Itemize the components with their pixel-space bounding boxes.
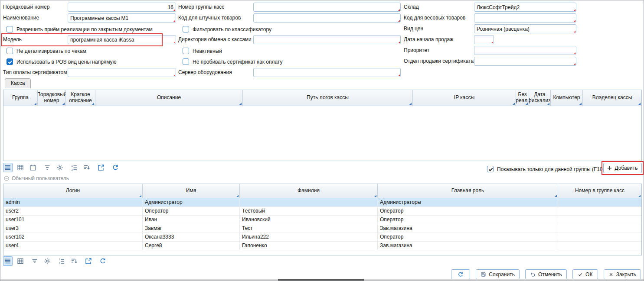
table-cell: admin: [3, 198, 143, 207]
cancel-button-label: Отменить: [538, 271, 562, 278]
cash-group-window: Порядковый номер Наименование Разрешить …: [0, 0, 644, 281]
open-external-icon[interactable]: [96, 163, 106, 172]
numbered-list-icon[interactable]: 12: [69, 163, 79, 172]
table-row[interactable]: user3ЗавмагТестЗав.магазина: [3, 224, 641, 233]
table-row[interactable]: adminАдминистраторАдминистраторы: [3, 198, 641, 207]
table-cell: [558, 233, 641, 241]
cash-table-header: Группа Порядковый номер Краткое описание…: [3, 90, 641, 106]
table-cell: Сергей: [143, 242, 240, 250]
column-header[interactable]: Номер в группе касс: [558, 184, 641, 198]
view-list-icon[interactable]: [3, 163, 13, 172]
collapse-icon[interactable]: [4, 176, 9, 181]
refresh-button[interactable]: [451, 269, 470, 279]
save-button[interactable]: Сохранить: [476, 269, 520, 279]
view-list-icon[interactable]: [3, 256, 13, 266]
name-input[interactable]: [68, 13, 176, 23]
filter-classifier-checkbox[interactable]: [183, 26, 189, 32]
table-cell: Оператор: [378, 207, 558, 215]
table-cell: [558, 224, 641, 233]
cancel-button[interactable]: Отменить: [525, 269, 567, 279]
table-cell: [240, 198, 378, 207]
equipment-server-label: Сервер оборудования: [178, 68, 232, 77]
column-header[interactable]: Группа: [3, 90, 38, 106]
table-cell: Ивановский: [240, 216, 378, 224]
cash-table: Группа Порядковый номер Краткое описание…: [3, 90, 642, 161]
show-only-group-label: Показывать только для данной группы (F10…: [497, 166, 605, 172]
use-pos-price-checkbox[interactable]: [7, 58, 13, 65]
table-cell: user2: [3, 207, 143, 215]
column-header[interactable]: Владелец кассы: [583, 90, 641, 106]
column-header[interactable]: Порядковый номер: [38, 90, 66, 106]
add-button[interactable]: Добавить: [603, 163, 642, 173]
plus-icon: [607, 166, 612, 171]
svg-text:1: 1: [59, 258, 61, 261]
table-row[interactable]: user102Оксана3333Ильина222Оператор: [3, 233, 641, 242]
table-row[interactable]: user101ИванИвановскийОператор: [3, 216, 641, 224]
refresh-icon: [458, 271, 464, 278]
filter-icon[interactable]: [42, 163, 52, 172]
no-detail-checks-checkbox[interactable]: [7, 48, 13, 54]
no-cert-as-payment-checkbox[interactable]: [183, 58, 189, 65]
weight-goods-code-label: Код для весовых товаров: [404, 13, 465, 23]
cash-table-body: [3, 106, 641, 161]
numbered-list-icon[interactable]: 12: [57, 256, 66, 266]
refresh-icon[interactable]: [111, 163, 120, 172]
open-external-icon[interactable]: [84, 256, 93, 266]
filter-icon[interactable]: [30, 256, 39, 266]
ok-button[interactable]: ОК: [572, 269, 598, 279]
tab-cash[interactable]: Касса: [5, 78, 31, 88]
settings-gear-icon[interactable]: [55, 163, 65, 172]
table-cell: user102: [3, 233, 143, 241]
table-row[interactable]: user4СергейГапоненкоЗав.магазина: [3, 242, 641, 250]
column-header[interactable]: Путь логов кассы: [243, 90, 413, 106]
weight-goods-code-input[interactable]: [474, 13, 576, 23]
column-header[interactable]: Компьютер: [551, 90, 583, 106]
svg-text:2: 2: [59, 262, 61, 265]
column-header[interactable]: Имя: [143, 184, 240, 198]
refresh-icon[interactable]: [98, 256, 108, 266]
column-header[interactable]: Краткое описание: [66, 90, 95, 106]
seq-number-input[interactable]: [68, 3, 176, 12]
view-grid-icon[interactable]: [16, 163, 25, 172]
sales-start-date-input[interactable]: [474, 35, 494, 44]
column-header[interactable]: Без реал.: [516, 90, 529, 106]
column-header[interactable]: Логин: [3, 184, 143, 198]
column-header[interactable]: Главная роль: [378, 184, 558, 198]
ok-button-label: ОК: [585, 271, 592, 278]
view-grid-icon[interactable]: [16, 256, 25, 266]
cert-payment-type-input[interactable]: [68, 68, 176, 77]
calendar-icon[interactable]: [28, 163, 38, 172]
show-only-group-checkbox[interactable]: [487, 166, 494, 172]
close-button-label: Закрыть: [616, 271, 636, 278]
use-pos-price-label: Использовать в POS вид цены напрямую: [16, 59, 117, 65]
column-header[interactable]: Дата фискализ.: [529, 90, 551, 106]
priority-input[interactable]: [474, 46, 576, 55]
model-input[interactable]: [68, 35, 176, 44]
column-header[interactable]: Описание: [95, 90, 243, 106]
piece-goods-code-input[interactable]: [253, 13, 401, 23]
equipment-server-input[interactable]: [253, 68, 401, 77]
user-table-header: Логин Имя Фамилия Главная роль Номер в г…: [3, 184, 641, 198]
footer-buttons: Сохранить Отменить ОК Закрыть: [451, 269, 641, 279]
group-number-input[interactable]: [253, 3, 401, 12]
close-button[interactable]: Закрыть: [604, 269, 641, 279]
table-cell: Зав.магазина: [378, 224, 558, 233]
no-detail-checks-label: Не детализировать по чекам: [16, 48, 86, 54]
column-header[interactable]: Фамилия: [240, 184, 378, 198]
allow-closed-docs-checkbox[interactable]: [7, 26, 13, 32]
table-row[interactable]: user2ОператорТестовыйОператор: [3, 207, 641, 216]
svg-text:2: 2: [72, 168, 73, 171]
price-type-input[interactable]: [474, 24, 576, 33]
warehouse-input[interactable]: [474, 3, 576, 12]
sales-start-date-label: Дата начала продаж: [404, 35, 453, 44]
settings-gear-icon[interactable]: [42, 256, 52, 266]
sort-icon[interactable]: [69, 256, 79, 266]
column-header[interactable]: IP кассы: [413, 90, 516, 106]
cert-sales-dept-input[interactable]: [474, 57, 576, 66]
undo-icon: [530, 271, 536, 277]
table-cell: Оператор: [378, 233, 558, 241]
table-cell: [558, 242, 641, 250]
sort-icon[interactable]: [82, 163, 92, 172]
inactive-checkbox[interactable]: [183, 48, 189, 54]
exchange-dir-input[interactable]: [253, 35, 401, 44]
